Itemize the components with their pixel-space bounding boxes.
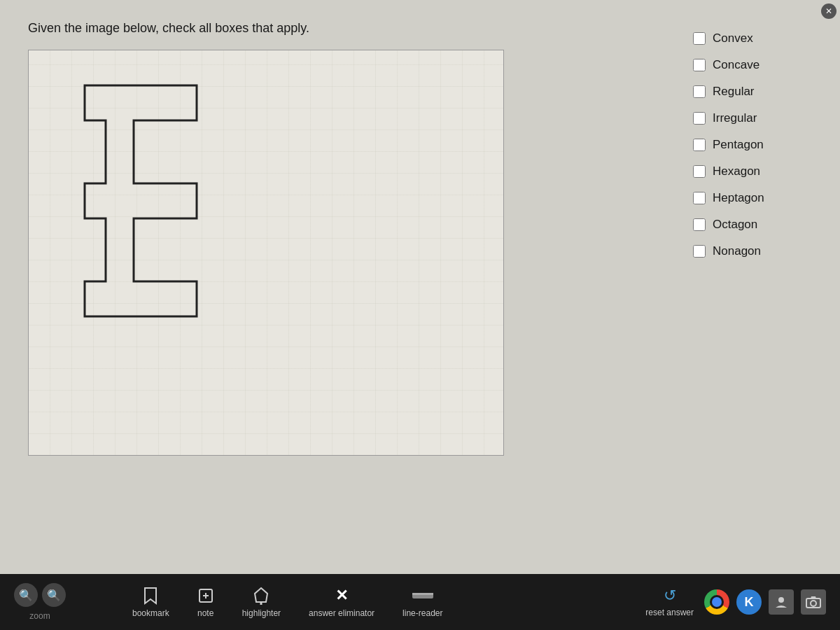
zoom-in-button[interactable]: 🔍 (42, 583, 66, 607)
note-label: note (197, 608, 214, 618)
checkbox-label-octagon: Octagon (713, 218, 757, 232)
checkbox-label-pentagon: Pentagon (713, 138, 764, 152)
highlighter-tool[interactable]: highlighter (242, 586, 281, 618)
question-text: Given the image below, check all boxes t… (28, 21, 672, 36)
chrome-icon[interactable] (704, 589, 729, 615)
svg-point-7 (778, 597, 784, 603)
checkbox-hexagon[interactable]: Hexagon (693, 164, 830, 178)
svg-marker-10 (811, 596, 816, 598)
image-box (28, 50, 504, 456)
checkbox-input-regular[interactable] (693, 85, 706, 98)
svg-marker-1 (145, 588, 156, 603)
checkbox-irregular[interactable]: Irregular (693, 111, 830, 125)
toolbar-tools: bookmark note highlighter ✕ answer elimi… (132, 586, 442, 618)
svg-rect-6 (412, 593, 433, 595)
checkbox-convex[interactable]: Convex (693, 31, 830, 46)
svg-point-9 (811, 601, 816, 606)
toolbar: 🔍 🔍 zoom bookmark note (0, 574, 840, 630)
line-reader-icon (412, 586, 433, 606)
checkbox-list: Convex Concave Regular Irregular Pentago… (693, 31, 830, 258)
checkbox-nonagon[interactable]: Nonagon (693, 244, 830, 258)
answer-eliminator-icon: ✕ (335, 586, 348, 606)
reset-answer-button[interactable]: ↺ reset answer (645, 587, 694, 617)
close-button[interactable]: ✕ (821, 4, 836, 19)
svg-marker-0 (85, 85, 197, 316)
checkbox-regular[interactable]: Regular (693, 85, 830, 99)
polygon-shape (43, 64, 253, 330)
checkbox-input-pentagon[interactable] (693, 139, 706, 151)
bookmark-icon (144, 586, 158, 606)
checkbox-concave[interactable]: Concave (693, 58, 830, 72)
checkbox-input-octagon[interactable] (693, 218, 706, 231)
note-tool[interactable]: note (197, 586, 214, 618)
checkbox-label-convex: Convex (713, 31, 753, 46)
checkbox-heptagon[interactable]: Heptagon (693, 191, 830, 205)
checkbox-label-irregular: Irregular (713, 111, 757, 125)
bookmark-label: bookmark (132, 608, 169, 618)
checkbox-label-nonagon: Nonagon (713, 244, 761, 258)
checkbox-label-hexagon: Hexagon (713, 164, 760, 178)
reset-icon: ↺ (664, 587, 676, 605)
highlighter-icon (253, 586, 269, 606)
answer-eliminator-label: answer eliminator (309, 608, 374, 618)
note-icon (197, 586, 214, 606)
zoom-area: 🔍 🔍 zoom (14, 583, 66, 621)
system-tray: K (704, 589, 826, 615)
checkbox-input-nonagon[interactable] (693, 245, 706, 258)
checkbox-label-regular: Regular (713, 85, 755, 99)
checkbox-input-convex[interactable] (693, 32, 706, 45)
checkbox-octagon[interactable]: Octagon (693, 218, 830, 232)
user-icon[interactable] (769, 589, 794, 615)
line-reader-label: line-reader (402, 608, 442, 618)
checkbox-label-heptagon: Heptagon (713, 191, 764, 205)
k-icon[interactable]: K (736, 589, 762, 615)
checkbox-label-concave: Concave (713, 58, 760, 72)
main-content: Given the image below, check all boxes t… (0, 0, 840, 574)
zoom-out-button[interactable]: 🔍 (14, 583, 38, 607)
right-panel: ✕ Convex Concave Regular Irregular (686, 0, 840, 574)
close-icon: ✕ (825, 6, 832, 16)
reset-label: reset answer (645, 608, 694, 617)
checkbox-pentagon[interactable]: Pentagon (693, 138, 830, 152)
bookmark-tool[interactable]: bookmark (132, 586, 169, 618)
checkbox-input-heptagon[interactable] (693, 192, 706, 204)
checkbox-input-hexagon[interactable] (693, 165, 706, 178)
checkbox-input-irregular[interactable] (693, 112, 706, 125)
left-panel: Given the image below, check all boxes t… (0, 0, 686, 574)
zoom-in-icon: 🔍 (47, 589, 61, 602)
zoom-out-icon: 🔍 (19, 589, 33, 602)
answer-eliminator-tool[interactable]: ✕ answer eliminator (309, 586, 374, 618)
zoom-icons: 🔍 🔍 (14, 583, 66, 607)
highlighter-label: highlighter (242, 608, 281, 618)
toolbar-right: ↺ reset answer K (645, 587, 826, 617)
svg-marker-3 (255, 588, 267, 602)
zoom-label: zoom (29, 611, 50, 621)
line-reader-tool[interactable]: line-reader (402, 586, 442, 618)
camera-icon[interactable] (801, 589, 826, 615)
checkbox-input-concave[interactable] (693, 59, 706, 71)
